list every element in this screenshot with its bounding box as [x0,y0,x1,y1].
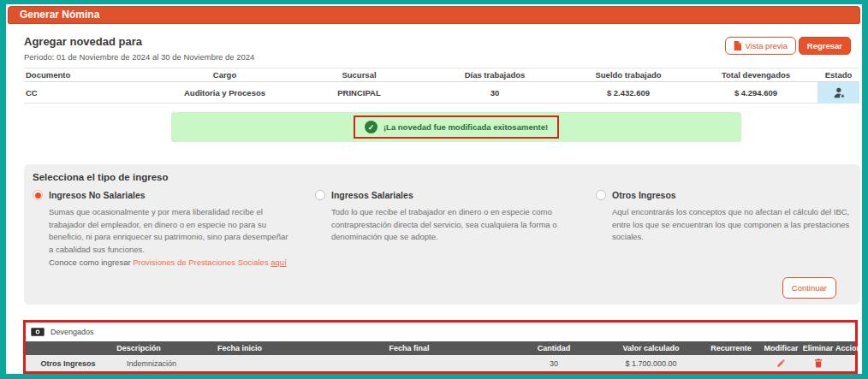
option-label: Ingresos No Salariales [49,190,146,200]
radio-row-no-salariales[interactable]: Ingresos No Salariales [33,190,294,200]
option-otros-ingresos: Otros Ingresos Aquí encontrarás los conc… [596,190,853,244]
col-documento: Documento [24,70,158,80]
cell-descripcion: Indemnización [110,359,167,368]
cell-cantidad: 30 [506,359,602,368]
trash-icon [814,358,823,368]
cell-cargo: Auditoria y Procesos [158,88,291,98]
radio-unselected-icon[interactable] [315,190,325,200]
option-description: Todo lo que recibe el trabajador en dine… [331,206,579,244]
success-alert: ✓ ¡La novedad fue modificada exitosament… [171,112,741,142]
col-fecha-final: Fecha final [312,344,506,352]
cell-documento: CC [24,88,158,98]
cell-sucursal: PRINCIPAL [291,88,427,98]
radio-unselected-icon[interactable] [596,190,606,200]
provisions-link[interactable]: Provisiones de Prestaciones Sociales [133,258,271,267]
option-label: Otros Ingresos [612,190,676,200]
option-description: Aquí encontrarás los conceptos que no af… [612,206,853,244]
continue-button[interactable]: Continuar [782,277,836,299]
col-sucursal: Sucursal [291,70,427,80]
provisions-link-aqui[interactable]: aquí [271,258,287,267]
link-prefix: Conoce como ingresar [49,258,133,267]
alert-message: ¡La novedad fue modificada exitosamente! [383,122,548,132]
person-gear-icon [832,87,846,98]
provisions-link-line: Conoce como ingresar Provisiones de Pres… [49,258,287,267]
col-recurrente: Recurrente [700,344,762,352]
employee-row: CC Auditoria y Procesos PRINCIPAL 30 $ 2… [24,82,859,104]
option-ingresos-salariales: Ingresos Salariales Todo lo que recibe e… [315,190,579,244]
col-modificar: Modificar [762,344,800,352]
module-titlebar: Generar Nómina [8,6,860,24]
document-icon [734,41,741,50]
cell-valor-calculado: $ 1.700.000.00 [602,359,700,368]
preview-button-label: Vista previa [746,41,788,50]
devengados-row: Otros Ingresos Indemnización 30 $ 1.700.… [26,355,855,371]
col-descripcion: Descripción [110,344,167,352]
cell-total-devengados: $ 4.294.609 [694,88,817,98]
col-valor-calculado: Valor calculado [602,344,700,352]
radio-row-otros[interactable]: Otros Ingresos [596,190,853,200]
back-button[interactable]: Regresar [799,37,851,55]
page-title: Agregar novedad para [24,35,142,48]
col-estado: Estado [817,70,859,80]
cell-sueldo-trabajado: $ 2.432.609 [562,88,694,98]
income-type-panel: Selecciona el tipo de ingreso Ingresos N… [24,164,860,305]
option-ingresos-no-salariales: Ingresos No Salariales Sumas que ocasion… [33,190,294,257]
col-dias-trabajados: Días trabajados [427,70,562,80]
alert-annotation-box: ✓ ¡La novedad fue modificada exitosament… [354,115,559,139]
estado-badge[interactable] [817,82,859,104]
col-sueldo-trabajado: Sueldo trabajado [562,70,694,80]
col-cantidad: Cantidad [506,344,602,352]
delete-button[interactable] [800,358,835,368]
devengados-section: Devengados Descripción Fecha inicio Fech… [23,320,858,374]
radio-row-salariales[interactable]: Ingresos Salariales [315,190,579,200]
cell-tipo: Otros Ingresos [26,359,110,368]
payroll-page: Generar Nómina Agregar novedad para Peri… [0,0,868,379]
option-label: Ingresos Salariales [331,190,413,200]
col-total-devengados: Total devengados [694,70,817,80]
banknote-icon [31,328,45,336]
check-circle-icon: ✓ [365,121,378,133]
devengados-title: Devengados [51,328,94,336]
employee-table: Documento Cargo Sucursal Días trabajados… [24,68,859,104]
col-fecha-inicio: Fecha inicio [167,344,312,352]
devengados-title-row: Devengados [26,323,855,341]
option-description: Sumas que ocasionalmente y por mera libe… [49,206,294,257]
module-title: Generar Nómina [20,9,99,21]
devengados-header: Descripción Fecha inicio Fecha final Can… [26,341,855,355]
period-text: Periodo: 01 de Noviembre de 2024 al 30 d… [24,52,254,62]
col-eliminar: Eliminar [800,344,835,352]
income-type-title: Selecciona el tipo de ingreso [33,172,169,182]
radio-selected-icon[interactable] [33,190,43,200]
edit-button[interactable] [762,358,800,368]
employee-table-header: Documento Cargo Sucursal Días trabajados… [24,68,859,82]
col-acciones: Acciones [835,344,868,352]
cell-dias-trabajados: 30 [427,88,562,98]
preview-button[interactable]: Vista previa [725,37,796,55]
col-cargo: Cargo [158,70,291,80]
pencil-icon [776,358,786,368]
